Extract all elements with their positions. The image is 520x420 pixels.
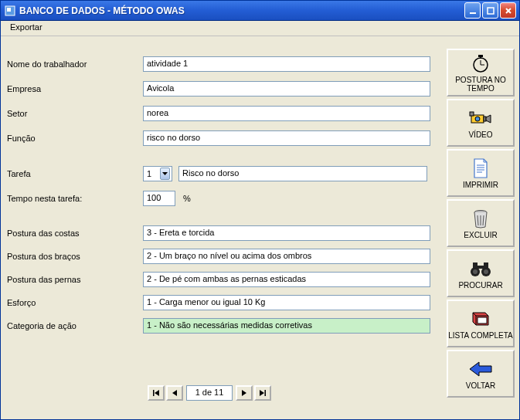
- label-funcao: Função: [7, 134, 143, 143]
- book-icon: [468, 308, 493, 330]
- pager-position[interactable]: 1 de 11: [186, 385, 233, 401]
- chevron-down-icon: [160, 168, 170, 180]
- label-postura-costas: Postura das costas: [7, 229, 143, 238]
- pager-prev-button[interactable]: [166, 385, 183, 401]
- label-postura-pernas: Postura das pernas: [7, 275, 143, 284]
- field-funcao[interactable]: risco no dorso: [143, 130, 430, 146]
- excluir-button[interactable]: EXCLUIR: [447, 199, 515, 247]
- titlebar: BANCO DE DADOS - MÉTODO OWAS: [1, 1, 519, 21]
- procurar-label: PROCURAR: [458, 281, 502, 290]
- window: BANCO DE DADOS - MÉTODO OWAS Exportar No…: [0, 0, 520, 420]
- label-postura-bracos: Postura dos braços: [7, 252, 143, 261]
- svg-rect-30: [478, 317, 487, 323]
- imprimir-button[interactable]: IMPRIMIR: [447, 149, 515, 197]
- pager-next-button[interactable]: [236, 385, 253, 401]
- lista-completa-label: LISTA COMPLETA: [448, 331, 513, 340]
- select-tarefa-value: 1: [147, 169, 151, 178]
- app-icon: [4, 5, 16, 17]
- lista-completa-button[interactable]: LISTA COMPLETA: [447, 300, 515, 347]
- voltar-button[interactable]: VOLTAR: [447, 350, 515, 398]
- label-setor: Setor: [7, 109, 143, 118]
- form-body: Nome do trabalhador atividade 1 Empresa …: [1, 36, 519, 419]
- voltar-label: VOLTAR: [466, 381, 496, 390]
- field-setor[interactable]: norea: [143, 106, 430, 121]
- field-postura-pernas[interactable]: 2 - De pé com ambas as pernas esticadas: [143, 272, 430, 287]
- svg-rect-7: [478, 55, 483, 57]
- binoculars-icon: [468, 258, 493, 279]
- field-nome-trabalhador[interactable]: atividade 1: [143, 56, 430, 72]
- svg-rect-4: [153, 390, 155, 396]
- field-tarefa-desc[interactable]: Risco no dorso: [178, 166, 427, 181]
- minimize-button[interactable]: [464, 2, 481, 19]
- svg-point-26: [484, 269, 488, 274]
- camera-icon: [468, 107, 493, 129]
- record-pager: 1 de 11: [148, 385, 271, 401]
- label-empresa: Empresa: [7, 84, 143, 93]
- pager-last-button[interactable]: [254, 385, 271, 401]
- field-empresa[interactable]: Avicola: [143, 81, 430, 97]
- svg-rect-13: [470, 112, 474, 116]
- video-label: VÍDEO: [468, 130, 492, 139]
- procurar-button[interactable]: PROCURAR: [447, 249, 515, 297]
- svg-rect-2: [470, 12, 476, 14]
- select-tarefa[interactable]: 1: [143, 166, 172, 181]
- sidebar: POSTURA NO TEMPO VÍDEO IMPRIMIR EXCLUIR: [447, 49, 515, 400]
- svg-rect-1: [7, 8, 11, 12]
- postura-tempo-label: POSTURA NO TEMPO: [448, 76, 513, 93]
- svg-point-25: [473, 269, 478, 274]
- label-tarefa: Tarefa: [7, 169, 143, 178]
- trash-icon: [468, 208, 493, 229]
- back-arrow-icon: [468, 358, 493, 380]
- label-categoria-acao: Categoria de ação: [7, 321, 143, 330]
- postura-tempo-button[interactable]: POSTURA NO TEMPO: [447, 49, 515, 97]
- field-tempo-tarefa[interactable]: 100: [143, 191, 175, 206]
- field-postura-bracos[interactable]: 2 - Um braço no nível ou acima dos ombro…: [143, 249, 430, 264]
- document-icon: [468, 158, 493, 179]
- label-esforco: Esforço: [7, 298, 143, 307]
- svg-rect-29: [478, 266, 484, 269]
- window-title: BANCO DE DADOS - MÉTODO OWAS: [19, 5, 464, 16]
- imprimir-label: IMPRIMIR: [463, 181, 498, 189]
- stopwatch-icon: [468, 52, 493, 74]
- svg-rect-3: [488, 8, 494, 14]
- field-categoria-acao[interactable]: 1 - Não são necessárias medidas corretiv…: [143, 318, 430, 334]
- label-nome-trabalhador: Nome do trabalhador: [7, 59, 143, 69]
- menubar: Exportar: [1, 21, 519, 36]
- window-controls: [464, 2, 516, 19]
- menu-exportar[interactable]: Exportar: [5, 21, 47, 33]
- field-postura-costas[interactable]: 3 - Ereta e torcida: [143, 225, 430, 241]
- form-area: Nome do trabalhador atividade 1 Empresa …: [7, 52, 440, 337]
- label-tempo-tarefa: Tempo nesta tarefa:: [7, 194, 143, 203]
- label-percent: %: [183, 194, 191, 203]
- pager-first-button[interactable]: [148, 385, 165, 401]
- svg-point-12: [475, 117, 480, 121]
- excluir-label: EXCLUIR: [464, 231, 497, 239]
- maximize-button[interactable]: [482, 2, 498, 19]
- field-esforco[interactable]: 1 - Carga menor ou igual 10 Kg: [143, 295, 430, 310]
- svg-rect-27: [473, 262, 478, 269]
- close-button[interactable]: [500, 2, 516, 19]
- svg-rect-28: [484, 262, 488, 269]
- svg-rect-5: [265, 390, 267, 396]
- video-button[interactable]: VÍDEO: [447, 99, 515, 147]
